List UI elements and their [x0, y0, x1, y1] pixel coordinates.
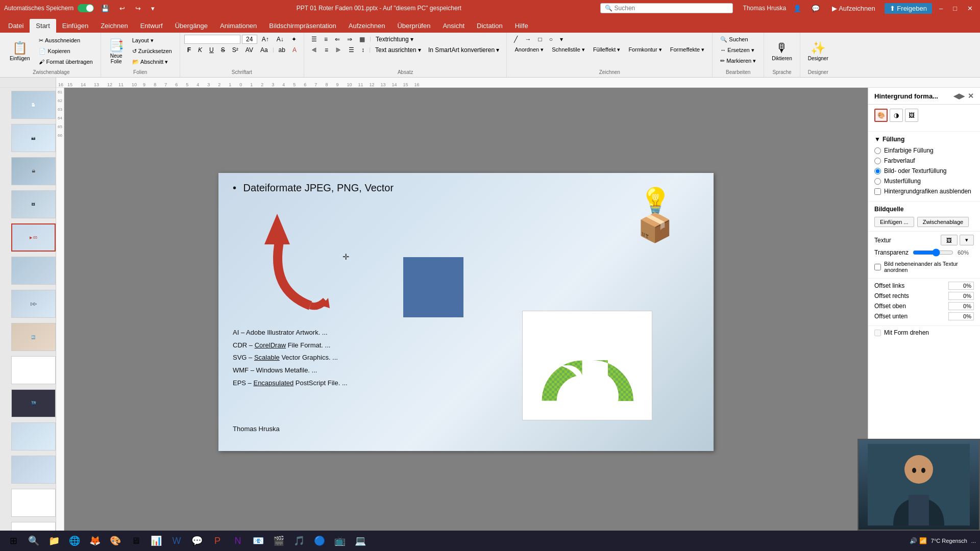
- taskbar-mail-btn[interactable]: 📧: [249, 532, 267, 550]
- slide-thumb-63[interactable]: 🏔: [11, 157, 56, 185]
- shape-line-btn[interactable]: ╱: [511, 35, 521, 44]
- redo-btn[interactable]: ↪: [132, 4, 144, 13]
- btn-zwischenablage-bild[interactable]: Zwischenablage: [917, 217, 969, 227]
- tab-entwurf[interactable]: Entwurf: [134, 19, 169, 33]
- minimize-btn[interactable]: –: [936, 4, 946, 13]
- panel-close-icon[interactable]: ✕: [968, 92, 974, 100]
- slide-thumb-61[interactable]: 📄: [11, 91, 56, 119]
- highlight-btn[interactable]: ab: [276, 45, 288, 55]
- slide-canvas[interactable]: • Dateiformate JPEG, PNG, Vector: [218, 173, 714, 451]
- taskbar-files-btn[interactable]: 📁: [45, 532, 63, 550]
- tab-aufzeichnen[interactable]: Aufzeichnen: [342, 19, 391, 33]
- btn-neue-folie[interactable]: 📑 NeueFolie: [105, 36, 128, 67]
- font-size-decrease-btn[interactable]: A↓: [274, 35, 287, 44]
- checkbox-nebeneinander-input[interactable]: [874, 264, 881, 270]
- taskbar-excel-btn[interactable]: 📊: [147, 532, 165, 550]
- radio-bild-textur[interactable]: Bild- oder Texturfüllung: [874, 167, 974, 174]
- btn-format[interactable]: 🖌 Format übertragen: [35, 57, 96, 66]
- taskbar-word-btn[interactable]: W: [167, 532, 186, 550]
- taskbar-powerpoint-btn[interactable]: P: [208, 532, 227, 550]
- char-spacing-btn[interactable]: AV: [242, 45, 256, 55]
- checkbox-nebeneinander[interactable]: Bild nebeneinander als Textur anordnen: [874, 261, 974, 273]
- tab-dictation[interactable]: Dictation: [471, 19, 509, 33]
- schnellstile-btn[interactable]: Schnellstile ▾: [548, 45, 589, 55]
- radio-bild-textur-input[interactable]: [874, 168, 881, 174]
- underline-btn[interactable]: U: [206, 45, 217, 55]
- taskbar-search-btn[interactable]: 🔍: [24, 532, 43, 550]
- tab-animationen[interactable]: Animationen: [214, 19, 263, 33]
- tab-uebergaenge[interactable]: Übergänge: [169, 19, 214, 33]
- tab-bildschirm[interactable]: Bildschirmpräsentation: [263, 19, 342, 33]
- tab-ansicht[interactable]: Ansicht: [436, 19, 471, 33]
- indent-more-btn[interactable]: ⇒: [344, 35, 355, 44]
- fill-icon-solid[interactable]: 🎨: [874, 109, 888, 122]
- checkbox-mit-form[interactable]: Mit Form drehen: [874, 329, 974, 336]
- shape-rect-btn[interactable]: □: [535, 35, 545, 44]
- btn-einfuegen-bild[interactable]: Einfügen ...: [874, 217, 914, 227]
- col-btn[interactable]: ▦: [356, 35, 368, 44]
- formeffekte-btn[interactable]: Formeffekte ▾: [667, 45, 708, 55]
- radio-farbverlauf-input[interactable]: [874, 158, 881, 164]
- slide-panel[interactable]: 61 📄 62 📷 63 🏔 64 🖼 65: [0, 88, 56, 536]
- text-ausrichten-btn[interactable]: Text ausrichten ▾: [372, 45, 424, 55]
- maximize-btn[interactable]: □: [950, 4, 960, 13]
- line-spacing-btn[interactable]: ↕: [358, 45, 368, 55]
- taskbar-screen-btn[interactable]: 🖥: [127, 532, 145, 550]
- autosave-switch[interactable]: [78, 4, 94, 12]
- share-btn[interactable]: ⬆ Freigeben: [885, 3, 932, 14]
- align-left-btn[interactable]: ⫷: [308, 45, 321, 55]
- tab-zeichnen[interactable]: Zeichnen: [94, 19, 134, 33]
- indent-less-btn[interactable]: ⇐: [332, 35, 343, 44]
- shape-arrow-btn[interactable]: →: [522, 35, 534, 44]
- blue-rect[interactable]: [403, 257, 463, 317]
- offset-rechts-input[interactable]: [948, 292, 974, 300]
- offset-oben-input[interactable]: [948, 302, 974, 310]
- autosave-toggle[interactable]: [78, 4, 94, 12]
- checkbox-mit-form-input[interactable]: [874, 330, 881, 336]
- font-name-input[interactable]: [184, 35, 240, 44]
- shape-more-btn[interactable]: ▾: [557, 35, 566, 44]
- tab-hilfe[interactable]: Hilfe: [509, 19, 534, 33]
- btn-ausschneiden[interactable]: ✂ Ausschneiden: [35, 36, 96, 45]
- numbering-btn[interactable]: ≡: [321, 35, 331, 44]
- customize-btn[interactable]: ▾: [148, 4, 158, 13]
- slide-thumb-72[interactable]: [11, 456, 56, 484]
- shape-oval-btn[interactable]: ○: [546, 35, 556, 44]
- taskbar-teams-btn[interactable]: 💬: [188, 532, 206, 550]
- transparency-slider[interactable]: [913, 248, 953, 257]
- btn-layout[interactable]: Layout ▾: [129, 36, 176, 45]
- share-icon[interactable]: 👤: [790, 4, 804, 13]
- fuellung-title[interactable]: ▼ Füllung: [874, 136, 974, 143]
- taskbar-start-btn[interactable]: ⊞: [4, 532, 22, 550]
- italic-btn[interactable]: K: [195, 45, 205, 55]
- taskbar-media-btn[interactable]: 🎵: [290, 532, 308, 550]
- btn-designer[interactable]: ✨ Designer: [804, 38, 832, 64]
- taskbar-firefox-btn[interactable]: 🦊: [86, 532, 104, 550]
- slide-thumb-71[interactable]: [11, 422, 56, 450]
- radio-muster-input[interactable]: [874, 178, 881, 185]
- textrichtung-btn[interactable]: Textrichtung ▾: [373, 35, 416, 44]
- taskbar-edge-btn[interactable]: 🌐: [65, 532, 84, 550]
- taskbar-onenote-btn[interactable]: N: [229, 532, 247, 550]
- tab-ueberpruefen[interactable]: Überprüfen: [391, 19, 436, 33]
- fill-icon-gradient[interactable]: ◑: [890, 109, 903, 122]
- slide-thumb-62[interactable]: 📷: [11, 124, 56, 152]
- panel-icon-1[interactable]: ◀▶: [953, 92, 965, 100]
- textur-btn-1[interactable]: 🖼: [941, 235, 958, 245]
- canvas-wrapper[interactable]: • Dateiformate JPEG, PNG, Vector: [64, 88, 868, 536]
- radio-einfarbig-input[interactable]: [874, 147, 881, 154]
- smartart-btn[interactable]: In SmartArt konvertieren ▾: [425, 45, 502, 55]
- align-right-btn[interactable]: ⫸: [332, 45, 345, 55]
- btn-einfuegen[interactable]: 📋 Einfügen: [6, 38, 33, 64]
- taskbar-obs-btn[interactable]: 🎬: [270, 532, 288, 550]
- radio-muster[interactable]: Musterfüllung: [874, 178, 974, 185]
- font-size-input[interactable]: [242, 35, 257, 44]
- bullets-btn[interactable]: ☰: [308, 35, 320, 44]
- slide-thumb-64[interactable]: 🖼: [11, 190, 56, 218]
- search-input[interactable]: [615, 5, 717, 12]
- font-color-btn[interactable]: A: [289, 45, 300, 55]
- slide-thumb-73[interactable]: [11, 489, 56, 517]
- slide-thumb-70[interactable]: 🌃: [11, 389, 56, 417]
- taskbar-app2-btn[interactable]: 💻: [351, 532, 370, 550]
- tab-start[interactable]: Start: [30, 19, 56, 33]
